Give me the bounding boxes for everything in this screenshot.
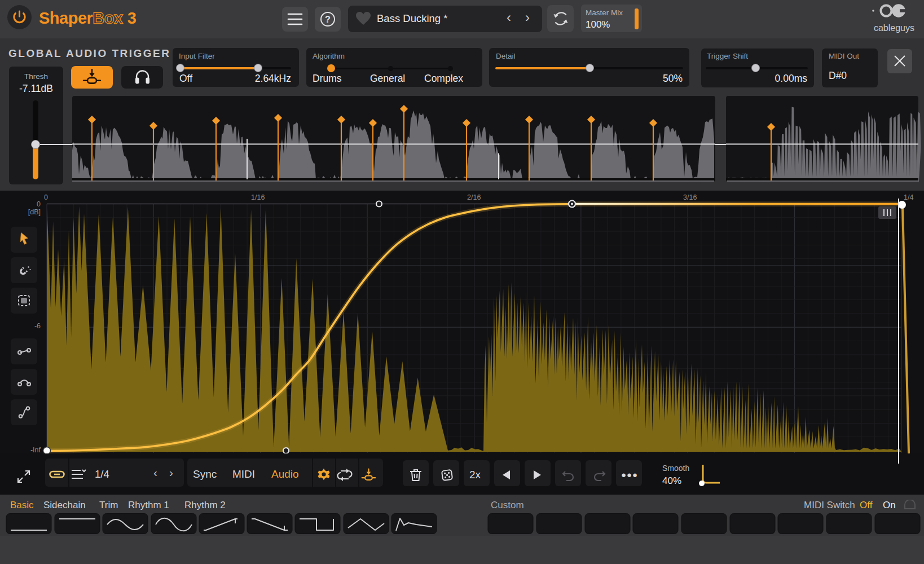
svg-text:?: ? <box>325 15 331 24</box>
svg-text:cableguys: cableguys <box>874 23 914 33</box>
